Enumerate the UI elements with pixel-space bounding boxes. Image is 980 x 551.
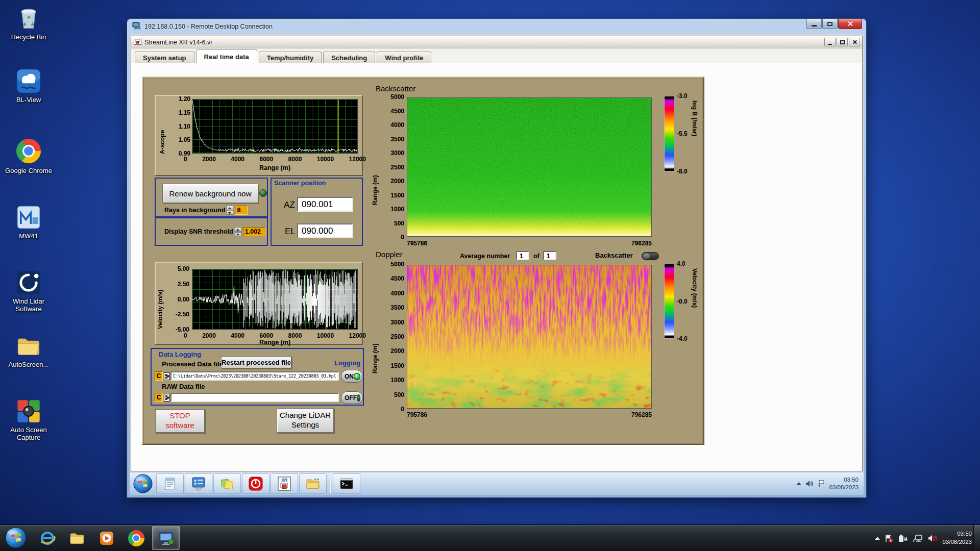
rdp-window: 192.168.0.150 - Remote Desktop Connectio…: [127, 19, 866, 497]
action-center-flag-icon[interactable]: [818, 480, 825, 488]
desktop-icon-autoscreen-folder[interactable]: AutoScreen...: [4, 333, 53, 368]
processed-drive-letter[interactable]: C: [155, 371, 163, 381]
backscatter-toggle-label: Backscatter: [595, 252, 633, 259]
host-taskbar-internet-explorer[interactable]: [34, 526, 61, 550]
rdp-minimize-button[interactable]: [806, 19, 822, 29]
snr-threshold-row: Display SNR threshold 1.002: [164, 227, 265, 236]
power-plug-icon[interactable]: [898, 534, 908, 543]
change-settings-line2: Settings: [291, 420, 319, 430]
renew-background-button[interactable]: Renew background now: [162, 184, 258, 203]
tick-label: 0.00: [165, 296, 189, 303]
tab-strip: System setup Real time data Temp/humidit…: [131, 49, 862, 63]
app-titlebar[interactable]: StreamLine XR v14-6.vi: [131, 36, 862, 48]
rdp-titlebar[interactable]: 192.168.0.150 - Remote Desktop Connectio…: [127, 19, 866, 34]
desktop-icon-mw41[interactable]: MW41: [4, 204, 53, 240]
tick-label: 6000: [259, 332, 273, 339]
tick-label: 0: [382, 234, 404, 240]
tray-expand-icon[interactable]: [796, 482, 801, 485]
rays-in-background-row: Rays in background 8: [164, 206, 248, 215]
snr-spinner[interactable]: [235, 227, 241, 236]
tray-expand-icon[interactable]: [875, 537, 880, 540]
backscatter-x-range: 795786 796285: [407, 240, 652, 247]
processed-data-file-path[interactable]: C:\Lidar\Data\Proc\2023\202308\20230803\…: [170, 371, 339, 381]
host-clock[interactable]: 03:50 03/08/2023: [942, 530, 972, 546]
restart-processed-file-button[interactable]: Restart processed file: [221, 356, 291, 368]
stop-software-button[interactable]: STOP software: [155, 409, 205, 433]
remote-clock[interactable]: 03:50 03/08/2023: [829, 476, 861, 491]
volume-muted-icon[interactable]: [927, 534, 938, 543]
tick-label: 4000: [382, 290, 404, 296]
tick-label: 3000: [382, 319, 404, 325]
of-label: of: [533, 253, 540, 260]
raw-drive-letter[interactable]: C: [155, 393, 163, 402]
app-window-title: StreamLine XR v14-6.vi: [144, 39, 212, 46]
remote-taskbar-control-panel[interactable]: [185, 473, 212, 494]
remote-taskbar-notepad[interactable]: [156, 473, 184, 494]
host-taskbar: 03:50 03/08/2023: [0, 525, 980, 551]
doppler-x-range: 795786 796285: [407, 411, 652, 418]
remote-taskbar: XR: [130, 472, 864, 495]
folder-icon: [15, 333, 42, 359]
host-taskbar-media-player[interactable]: [93, 526, 120, 550]
remote-taskbar-stop-app[interactable]: [242, 473, 270, 494]
remote-taskbar-explorer[interactable]: [299, 473, 327, 494]
remote-taskbar-sticky-notes[interactable]: [213, 473, 241, 494]
tick-label: 12000: [349, 156, 366, 163]
remote-taskbar-command-prompt[interactable]: [333, 473, 360, 494]
velocity-plot-canvas: [192, 269, 357, 329]
az-label: AZ: [284, 200, 295, 210]
tab-scheduling[interactable]: Scheduling: [323, 52, 375, 63]
desktop: Recycle Bin BL-View Google Chrome MW41: [0, 0, 980, 551]
change-settings-line1: Change LiDAR: [280, 411, 331, 420]
action-center-flag-icon[interactable]: [885, 534, 893, 543]
tab-temp-humidity[interactable]: Temp/humidity: [259, 52, 322, 63]
rays-spinner[interactable]: [227, 206, 233, 215]
average-total-field[interactable]: 1: [543, 251, 556, 260]
desktop-icon-google-chrome[interactable]: Google Chrome: [4, 138, 53, 174]
volume-icon[interactable]: [805, 480, 814, 488]
remote-start-button[interactable]: [133, 473, 153, 494]
lidar-front-panel: A-scope 1.201.151.101.050.99 02000400060…: [142, 77, 704, 445]
rdp-maximize-button[interactable]: [822, 19, 838, 29]
rays-in-background-value[interactable]: 8: [235, 206, 248, 215]
host-taskbar-rdp-active[interactable]: [152, 526, 180, 550]
tick-label: 5000: [382, 261, 404, 267]
app-close-button[interactable]: [849, 38, 860, 46]
snr-threshold-value[interactable]: 1.002: [243, 227, 265, 236]
show-desktop-button[interactable]: [973, 525, 980, 551]
tab-system-setup[interactable]: System setup: [135, 52, 194, 63]
app-maximize-button[interactable]: [837, 38, 848, 46]
tick-label: 1.15: [168, 110, 190, 116]
stop-button-line1: STOP: [169, 411, 190, 421]
ascope-plot-area: [192, 99, 358, 154]
tab-real-time-data[interactable]: Real time data: [196, 49, 257, 63]
media-player-icon: [98, 530, 115, 547]
desktop-icon-bl-view[interactable]: BL-View: [4, 68, 53, 104]
host-start-button[interactable]: [4, 526, 28, 549]
velocity-y-ticks: 5.002.500.00-2.50-5.00: [165, 266, 189, 333]
raw-logging-off-switch[interactable]: OFF: [341, 391, 363, 404]
processed-logging-on-switch[interactable]: ON: [341, 370, 363, 383]
el-label: EL: [285, 227, 296, 237]
velocity-graph-frame: Velocity (m/s) 5.002.500.00-2.50-5.00 02…: [155, 262, 363, 345]
el-value-field[interactable]: 090.000: [297, 223, 353, 238]
desktop-icon-wind-lidar-software[interactable]: Wind Lidar Software: [4, 269, 53, 313]
backscatter-colorbar: [664, 96, 674, 171]
app-minimize-button[interactable]: [824, 38, 836, 46]
host-taskbar-chrome[interactable]: [122, 526, 150, 550]
tick-label: 2000: [202, 156, 216, 163]
host-taskbar-explorer[interactable]: [63, 526, 91, 550]
change-lidar-settings-button[interactable]: Change LiDAR Settings: [277, 408, 334, 433]
az-value-field[interactable]: 090.001: [297, 197, 353, 212]
off-label: OFF: [345, 394, 357, 402]
backscatter-doppler-toggle[interactable]: [642, 252, 659, 260]
desktop-icon-auto-screen-capture[interactable]: Auto Screen Capture: [4, 398, 53, 442]
tab-wind-profile[interactable]: Wind profile: [377, 52, 431, 63]
tick-label: 1500: [382, 192, 404, 198]
desktop-icon-recycle-bin[interactable]: Recycle Bin: [4, 5, 53, 41]
network-icon[interactable]: [913, 534, 923, 543]
remote-taskbar-streamline-xr[interactable]: XR: [271, 473, 298, 494]
rdp-close-button[interactable]: [838, 19, 862, 29]
raw-data-file-path[interactable]: [170, 393, 339, 402]
average-number-field[interactable]: 1: [516, 251, 529, 260]
